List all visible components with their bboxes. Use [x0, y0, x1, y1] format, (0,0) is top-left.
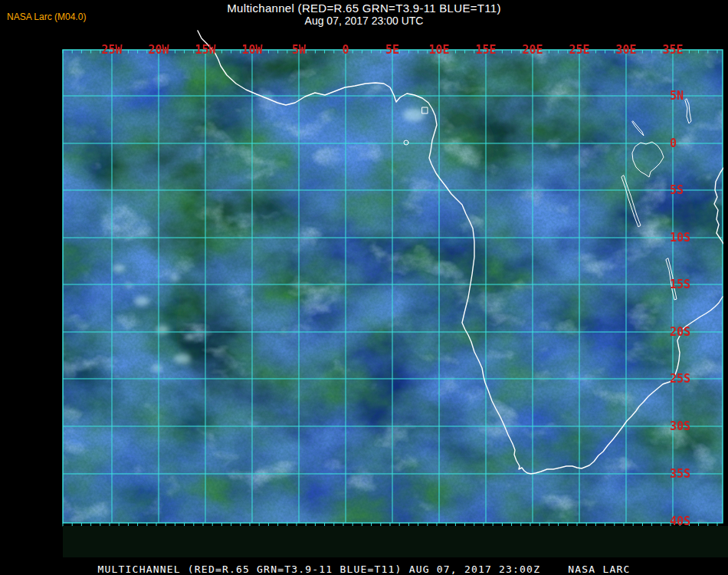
lon-label: 5E — [385, 43, 399, 57]
lat-label: 10S — [670, 231, 690, 245]
lat-label: 0 — [670, 136, 677, 150]
lon-label: 20W — [148, 43, 169, 57]
footer-caption: MULTICHANNEL (RED=R.65 GRN=T3.9-11 BLUE=… — [0, 564, 728, 575]
lon-label: 10W — [241, 43, 263, 57]
lon-label: 30E — [615, 43, 636, 57]
lon-label: 10E — [428, 43, 449, 57]
lat-label: 35S — [670, 467, 690, 481]
lon-label: 0 — [342, 43, 349, 57]
lon-label: 15E — [475, 43, 496, 57]
footer-band — [63, 526, 728, 557]
lon-label: 15W — [195, 43, 216, 57]
lon-label: 25E — [569, 43, 589, 57]
lon-label: 5W — [292, 43, 307, 57]
screen: { "header": { "title": "Multichannel (RE… — [0, 0, 728, 575]
lat-label: 25S — [670, 372, 690, 386]
lat-label: 30S — [670, 419, 690, 433]
lat-label: 5S — [670, 183, 684, 197]
lat-label: 5N — [670, 89, 684, 103]
lon-label: 25W — [101, 43, 123, 57]
lon-label: 35E — [662, 43, 683, 57]
satellite-map: 25W20W15W10W5W05E10E15E20E25E30E35E5N05S… — [0, 0, 728, 575]
lon-label: 20E — [522, 43, 543, 57]
map-imagery — [31, 34, 728, 533]
lat-label: 20S — [670, 325, 690, 339]
lat-label: 15S — [670, 278, 690, 291]
